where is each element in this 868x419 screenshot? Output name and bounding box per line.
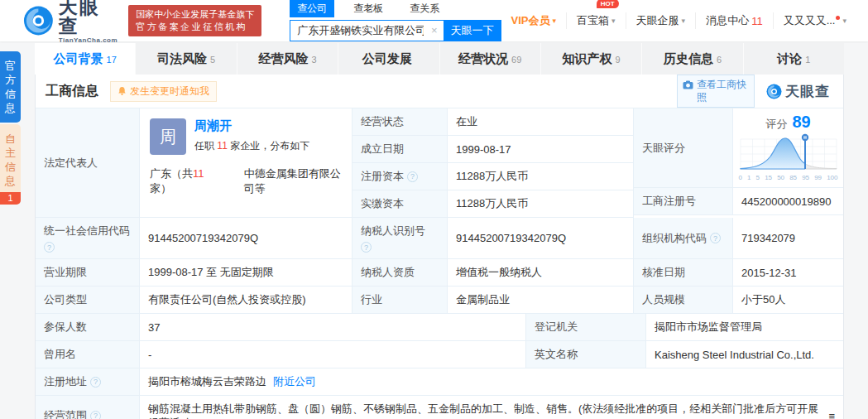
address-label: 注册地址 bbox=[44, 374, 87, 389]
nav-message-center[interactable]: 消息中心 11 bbox=[695, 12, 773, 29]
field-value-paid-capital: 11288万人民币 bbox=[448, 190, 634, 218]
field-label-reg-number: 工商注册号 bbox=[634, 188, 733, 215]
tab-intellectual-property[interactable]: 知识产权 9 bbox=[540, 43, 641, 75]
notify-on-change-button[interactable]: 发生变更时通知我 bbox=[110, 81, 217, 102]
field-value-company-type: 有限责任公司(自然人投资或控股) bbox=[140, 287, 352, 314]
legal-rep-cell: 周 周潮开 任职 11 家企业，分布如下 广东（共11家） 中德金属集团有限公司… bbox=[140, 108, 352, 218]
field-value-taxpayer-id: 91445200719342079Q bbox=[448, 218, 634, 259]
tab-label: 司法风险 bbox=[157, 51, 207, 67]
field-label-taxpayer-quality: 纳税人资质 bbox=[352, 259, 448, 287]
axis-tick: 15 bbox=[765, 174, 772, 181]
rep-group-company[interactable]: 中德金属集团有限公司等 bbox=[244, 166, 342, 196]
tab-operation-risk[interactable]: 经营风险 3 bbox=[237, 43, 338, 75]
field-label-paid-capital: 实缴资本 bbox=[352, 190, 448, 218]
field-label-company-type: 公司类型 bbox=[36, 287, 140, 314]
tianyancha-watermark: 天眼查 bbox=[766, 82, 830, 101]
tab-label: 公司发展 bbox=[362, 51, 412, 67]
chevron-down-icon: ▾ bbox=[553, 17, 557, 25]
tab-history-info[interactable]: 历史信息 6 bbox=[641, 43, 742, 75]
credit-code-label: 统一社会信用代码 bbox=[44, 224, 130, 238]
top-header: 天眼查 TianYanCha.com 国家中小企业发展子基金旗下 官方备案企业征… bbox=[0, 0, 868, 41]
help-icon[interactable]: ? bbox=[90, 411, 101, 419]
tianyancha-logo[interactable]: 天眼查 TianYanCha.com bbox=[23, 0, 118, 44]
search-button[interactable]: 天眼一下 bbox=[444, 20, 501, 41]
rep-region[interactable]: 广东（共11家） bbox=[150, 166, 213, 196]
axis-tick: 100 bbox=[827, 174, 837, 181]
score-word: 评分 bbox=[765, 117, 787, 132]
score-fields-group: 天眼评分 评分 89 bbox=[634, 108, 843, 218]
search-tab-company[interactable]: 查公司 bbox=[290, 0, 334, 17]
tab-count: 69 bbox=[511, 55, 521, 65]
clear-search-icon[interactable]: × bbox=[431, 24, 438, 36]
nav-toolbox-label: 百宝箱 bbox=[577, 13, 609, 28]
field-value-staff-size: 小于50人 bbox=[733, 287, 843, 314]
help-icon[interactable]: ? bbox=[90, 377, 101, 388]
help-icon[interactable]: ? bbox=[407, 171, 418, 182]
nav-toolbox[interactable]: HOT 百宝箱 ▾ bbox=[566, 12, 626, 29]
field-label-score: 天眼评分 bbox=[634, 108, 733, 188]
tab-count: 9 bbox=[616, 55, 621, 65]
nav-user-account[interactable]: 又又又又... ▾ bbox=[773, 12, 856, 29]
field-label-business-term: 营业期限 bbox=[36, 259, 140, 287]
tab-judicial-risk[interactable]: 司法风险 5 bbox=[135, 43, 236, 75]
nearby-companies-link[interactable]: 附近公司 bbox=[273, 374, 316, 389]
field-label-industry: 行业 bbox=[352, 287, 448, 314]
help-icon[interactable]: ? bbox=[361, 242, 372, 253]
camera-icon bbox=[683, 80, 693, 89]
nav-enterprise-service[interactable]: 天眼企服 ▾ bbox=[626, 12, 696, 29]
score-distribution-chart bbox=[739, 132, 838, 173]
axis-tick: 50 bbox=[777, 174, 784, 181]
help-icon[interactable]: ? bbox=[710, 233, 721, 243]
tab-company-background[interactable]: 公司背景 17 bbox=[35, 43, 135, 75]
field-label-business-scope: 经营范围 ? bbox=[36, 396, 140, 419]
business-scope-text: 钢筋混凝土用热轧带肋钢筋、盘（圆）钢筋、不锈钢制品、五金制品的加工、制造、销售。… bbox=[148, 402, 827, 419]
tab-operation-status[interactable]: 经营状况 69 bbox=[439, 43, 540, 75]
search-tab-boss[interactable]: 查老板 bbox=[346, 0, 391, 17]
tab-label: 讨论 bbox=[777, 51, 802, 67]
nav-vip-member[interactable]: VIP会员 ▾ bbox=[501, 12, 567, 29]
tab-company-development[interactable]: 公司发展 bbox=[338, 43, 439, 75]
avatar[interactable]: 周 bbox=[150, 118, 186, 155]
field-value-address: 揭阳市榕城梅云吉荣路边 附近公司 bbox=[140, 368, 843, 396]
top-nav: VIP会员 ▾ HOT 百宝箱 ▾ 天眼企服 ▾ 消息中心 11 又又又又...… bbox=[501, 12, 856, 29]
tianyancha-logo-icon bbox=[766, 84, 782, 99]
tab-label: 知识产权 bbox=[563, 51, 612, 67]
legal-rep-name-link[interactable]: 周潮开 bbox=[194, 118, 309, 134]
side-tab-official-info[interactable]: 官方信息 bbox=[0, 51, 21, 123]
side-tab-self-badge: 1 bbox=[0, 192, 21, 205]
side-tab-self-info[interactable]: 自主信息 bbox=[0, 124, 21, 192]
legal-rep-desc: 任职 11 家企业，分布如下 bbox=[194, 139, 309, 153]
field-label-registry: 登记机关 bbox=[526, 314, 646, 341]
rep-region-count: 11 bbox=[193, 167, 204, 180]
business-info-card: 工商信息 发生变更时通知我 查看工商快照 天眼查 bbox=[35, 75, 844, 419]
score-value[interactable]: 89 bbox=[792, 113, 810, 132]
search-area: 查公司 查老板 查关系 × 天眼一下 bbox=[290, 0, 501, 41]
field-value-business-term: 1999-08-17 至 无固定期限 bbox=[140, 259, 352, 287]
expand-icon[interactable]: ≡ bbox=[828, 409, 835, 419]
score-axis-labels: 0 1 5 15 50 85 95 99 100 bbox=[739, 174, 838, 181]
field-value-status: 在业 bbox=[448, 108, 634, 136]
address-text: 揭阳市榕城梅云吉荣路边 bbox=[148, 374, 266, 389]
snapshot-button-label: 查看工商快照 bbox=[697, 79, 749, 104]
field-value-reg-capital: 11288万人民币 bbox=[448, 163, 634, 190]
tab-count: 6 bbox=[717, 55, 722, 65]
gov-badge-line1: 国家中小企业发展子基金旗下 bbox=[136, 8, 254, 21]
org-code-label: 组织机构代码 bbox=[642, 231, 707, 246]
field-value-taxpayer-quality: 增值税一般纳税人 bbox=[448, 259, 634, 287]
nav-message-label: 消息中心 bbox=[706, 13, 749, 28]
tab-discussion[interactable]: 讨论 1 bbox=[743, 43, 844, 75]
field-value-industry: 金属制品业 bbox=[448, 287, 634, 314]
view-snapshot-button[interactable]: 查看工商快照 bbox=[677, 75, 755, 108]
tab-count: 1 bbox=[805, 55, 810, 65]
rep-desc-prefix: 任职 bbox=[194, 140, 214, 152]
field-value-english-name: Kaisheng Steel Industrial Co.,Ltd. bbox=[646, 341, 843, 368]
search-input[interactable] bbox=[290, 20, 443, 41]
score-marker-pin[interactable] bbox=[801, 134, 808, 141]
business-info-table: 法定代表人 周 周潮开 任职 11 家企业，分布如下 广东（共11家） bbox=[36, 108, 843, 419]
help-icon[interactable]: ? bbox=[44, 242, 55, 253]
search-tab-relation[interactable]: 查关系 bbox=[402, 0, 447, 17]
tab-label: 公司背景 bbox=[54, 51, 103, 67]
tab-label: 经营状况 bbox=[458, 51, 508, 67]
tab-count: 17 bbox=[107, 55, 117, 65]
rep-desc-suffix: 家企业，分布如下 bbox=[230, 140, 309, 152]
